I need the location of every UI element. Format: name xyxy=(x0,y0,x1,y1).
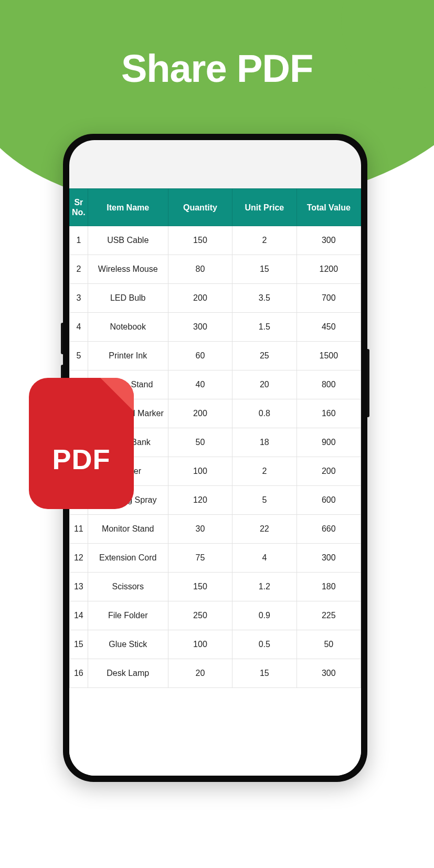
cell-sr: 13 xyxy=(70,573,88,601)
pdf-icon-fold xyxy=(100,378,134,411)
cell-qty: 75 xyxy=(168,544,232,573)
table-header-row: Sr No. Item Name Quantity Unit Price Tot… xyxy=(70,189,361,226)
cell-price: 2 xyxy=(232,457,297,486)
table-row: 3LED Bulb2003.5700 xyxy=(70,284,361,313)
table-row: 1USB Cable1502300 xyxy=(70,226,361,255)
cell-total: 50 xyxy=(297,630,361,659)
cell-name: Glue Stick xyxy=(88,630,168,659)
cell-sr: 3 xyxy=(70,284,88,313)
page-title: Share PDF xyxy=(0,46,434,91)
cell-price: 0.5 xyxy=(232,630,297,659)
cell-price: 0.9 xyxy=(232,601,297,630)
table-row: 13Scissors1501.2180 xyxy=(70,573,361,601)
cell-price: 1.2 xyxy=(232,573,297,601)
cell-price: 1.5 xyxy=(232,313,297,342)
pdf-icon-label: PDF xyxy=(52,443,111,475)
cell-qty: 200 xyxy=(168,284,232,313)
cell-sr: 12 xyxy=(70,544,88,573)
header-name: Item Name xyxy=(88,189,168,226)
header-total: Total Value xyxy=(297,189,361,226)
cell-qty: 40 xyxy=(168,371,232,399)
cell-price: 18 xyxy=(232,428,297,457)
cell-total: 180 xyxy=(297,573,361,601)
table-row: 4Notebook3001.5450 xyxy=(70,313,361,342)
cell-price: 15 xyxy=(232,255,297,284)
cell-sr: 1 xyxy=(70,226,88,255)
cell-price: 20 xyxy=(232,371,297,399)
cell-qty: 250 xyxy=(168,601,232,630)
cell-qty: 60 xyxy=(168,342,232,371)
cell-price: 5 xyxy=(232,486,297,515)
cell-qty: 30 xyxy=(168,515,232,544)
header-qty: Quantity xyxy=(168,189,232,226)
cell-total: 600 xyxy=(297,486,361,515)
cell-sr: 5 xyxy=(70,342,88,371)
cell-total: 800 xyxy=(297,371,361,399)
cell-sr: 4 xyxy=(70,313,88,342)
cell-qty: 50 xyxy=(168,428,232,457)
table-row: 12Extension Cord754300 xyxy=(70,544,361,573)
pdf-icon-body: PDF xyxy=(29,378,134,509)
cell-price: 15 xyxy=(232,659,297,688)
cell-total: 300 xyxy=(297,226,361,255)
table-row: 2Wireless Mouse80151200 xyxy=(70,255,361,284)
header-price: Unit Price xyxy=(232,189,297,226)
cell-total: 200 xyxy=(297,457,361,486)
cell-total: 300 xyxy=(297,659,361,688)
cell-total: 160 xyxy=(297,399,361,428)
cell-sr: 2 xyxy=(70,255,88,284)
cell-total: 300 xyxy=(297,544,361,573)
cell-name: Desk Lamp xyxy=(88,659,168,688)
header-sr: Sr No. xyxy=(70,189,88,226)
cell-name: Printer Ink xyxy=(88,342,168,371)
cell-qty: 120 xyxy=(168,486,232,515)
cell-qty: 100 xyxy=(168,630,232,659)
cell-sr: 14 xyxy=(70,601,88,630)
cell-qty: 20 xyxy=(168,659,232,688)
cell-qty: 300 xyxy=(168,313,232,342)
cell-sr: 16 xyxy=(70,659,88,688)
table-row: 14File Folder2500.9225 xyxy=(70,601,361,630)
cell-price: 3.5 xyxy=(232,284,297,313)
cell-name: USB Cable xyxy=(88,226,168,255)
cell-price: 2 xyxy=(232,226,297,255)
cell-price: 22 xyxy=(232,515,297,544)
cell-total: 700 xyxy=(297,284,361,313)
cell-name: Notebook xyxy=(88,313,168,342)
cell-name: Monitor Stand xyxy=(88,515,168,544)
table-row: 5Printer Ink60251500 xyxy=(70,342,361,371)
cell-total: 660 xyxy=(297,515,361,544)
phone-button-decor xyxy=(61,323,63,354)
cell-total: 1500 xyxy=(297,342,361,371)
cell-name: LED Bulb xyxy=(88,284,168,313)
cell-name: Wireless Mouse xyxy=(88,255,168,284)
table-row: 11Monitor Stand3022660 xyxy=(70,515,361,544)
cell-sr: 11 xyxy=(70,515,88,544)
cell-total: 225 xyxy=(297,601,361,630)
cell-total: 450 xyxy=(297,313,361,342)
table-row: 15Glue Stick1000.550 xyxy=(70,630,361,659)
cell-qty: 200 xyxy=(168,399,232,428)
cell-price: 25 xyxy=(232,342,297,371)
cell-qty: 80 xyxy=(168,255,232,284)
cell-sr: 15 xyxy=(70,630,88,659)
cell-name: Extension Cord xyxy=(88,544,168,573)
cell-price: 4 xyxy=(232,544,297,573)
cell-total: 1200 xyxy=(297,255,361,284)
cell-name: Scissors xyxy=(88,573,168,601)
cell-price: 0.8 xyxy=(232,399,297,428)
table-row: 16Desk Lamp2015300 xyxy=(70,659,361,688)
cell-qty: 150 xyxy=(168,573,232,601)
cell-total: 900 xyxy=(297,428,361,457)
phone-button-decor xyxy=(367,349,369,417)
cell-qty: 100 xyxy=(168,457,232,486)
pdf-icon: PDF xyxy=(29,378,134,509)
cell-qty: 150 xyxy=(168,226,232,255)
cell-name: File Folder xyxy=(88,601,168,630)
